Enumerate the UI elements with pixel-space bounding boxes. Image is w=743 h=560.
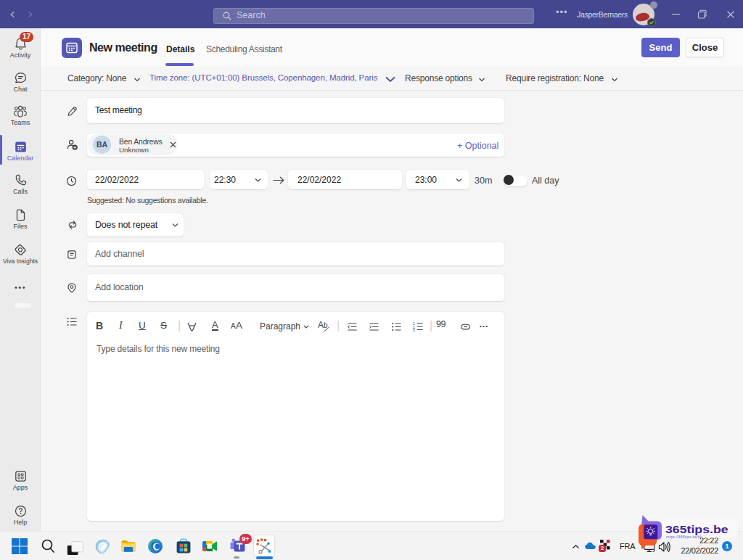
svg-text:3: 3 <box>413 328 415 332</box>
